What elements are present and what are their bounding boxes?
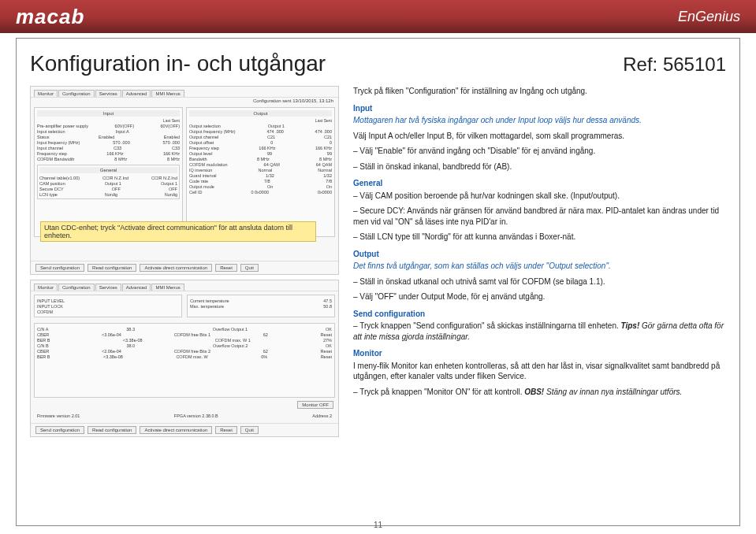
input-lead: Mottagaren har två fysiska ingångar och … [353, 115, 726, 126]
screenshot-tab[interactable]: MMI Menus [151, 284, 184, 291]
input-b2: – Ställ in önskad inkanal, bandbredd för… [353, 161, 726, 172]
monitor-off-button[interactable]: Monitor OFF [297, 401, 333, 409]
field-row: BER B<3.38e-08COFDM max. W 127% [37, 337, 332, 343]
config-screenshot: MonitorConfigurationServicesAdvancedMMI … [30, 86, 339, 275]
section-monitor: Monitor [353, 348, 726, 359]
header-bar: macab EnGenius [0, 0, 756, 33]
field-row: C/N B38.0Overflow Output 2OK [37, 343, 332, 348]
field-row: CAM positionOutput 1Output 1 [39, 180, 177, 186]
screenshot-tab[interactable]: Advanced [122, 90, 151, 97]
input-b1: – Välj "Enable" för använd ingång och "D… [353, 146, 726, 157]
screenshot-button[interactable]: Reset [215, 264, 237, 272]
field-row: COFDM modulation64 QAM64 QAM [189, 161, 332, 167]
screenshot-tab[interactable]: Monitor [34, 284, 58, 291]
field-row: Code rate7/87/8 [189, 178, 332, 184]
page-ref: Ref: 565101 [623, 54, 726, 76]
field-row: Pre-amplifier power supply60V(OFF)60V(OF… [37, 123, 180, 128]
screenshot-button[interactable]: Reset [215, 426, 237, 434]
general-b2: – Secure DCY: Används när gränsen för an… [353, 206, 726, 227]
screenshot-tab[interactable]: MMI Menus [151, 90, 184, 97]
field-row: Input selectionInput A [37, 128, 180, 134]
field-row: Input channelC33C33 [37, 145, 180, 150]
page-title: Konfiguration in- och utgångar [30, 51, 326, 76]
output-b2: – Välj "OFF" under Output Mode, för ej a… [353, 291, 726, 302]
general-b3: – Ställ LCN type till "Nordig" för att k… [353, 232, 726, 243]
field-row: Frequency step166 KHz166 KHz [37, 150, 180, 156]
field-row: Guard interval1/321/32 [189, 172, 332, 178]
screenshot-button[interactable]: Activate direct communication [140, 264, 212, 272]
screenshot-tab[interactable]: Monitor [34, 90, 58, 97]
field-row: COFDM Bandwidth8 MHz8 MHz [37, 156, 180, 161]
field-row: Input frequency (MHz)570 .000570 .000 [37, 139, 180, 145]
field-row: Output selectionOutput 1 [189, 123, 332, 128]
field-row: INPUT LOCK [37, 303, 179, 309]
output-lead: Det finns två utgångar, som kan ställas … [353, 261, 726, 272]
field-row: Cell ID0 0x00000x0000 [189, 189, 332, 195]
screenshot-button[interactable]: Send configuration [35, 426, 84, 434]
screenshot-tab[interactable]: Advanced [122, 284, 151, 291]
brand-logo-left: macab [16, 5, 84, 29]
title-row: Konfiguration in- och utgångar Ref: 5651… [30, 51, 726, 76]
field-row: INPUT LEVEL [37, 298, 179, 303]
screenshot-button[interactable]: Quit [240, 264, 259, 272]
field-row: CBER<3.06e-04COFDM free Bits 162Reset [37, 332, 332, 337]
screenshot-button[interactable]: Send configuration [35, 264, 84, 272]
section-send: Send configuration [353, 309, 726, 320]
field-row: CBER<2.06e-04COFDM free Bits 262Reset [37, 348, 332, 354]
field-row: LCN typeNordigNordig [39, 191, 177, 197]
output-panel-title: Output [189, 110, 332, 117]
footer-info: Address 2 [312, 413, 332, 418]
intro-text: Tryck på fliken "Configuration" för inst… [353, 86, 726, 97]
field-row: Output offset00 [189, 139, 332, 145]
field-row: Channel table(v1.00)CCIR N.Z.IndCCIR N.Z… [39, 175, 177, 180]
field-row: Frequency step166 KHz166 KHz [189, 145, 332, 150]
field-row: Output frequency (MHz)474 .000474 .000 [189, 128, 332, 134]
section-output: Output [353, 249, 726, 260]
sent-line: Configuration sent 13/10/2015, 13:12h [31, 98, 338, 104]
field-row: BER B<3.38e-08COFDM max. W0%Reset [37, 354, 332, 359]
field-row: IQ inversionNormalNormal [189, 167, 332, 172]
monitor-p1: I meny-flik Monitor kan enheten kontroll… [353, 361, 726, 382]
output-b1: – Ställ in önskad utkanal och utnivå sam… [353, 276, 726, 287]
screenshot-tab[interactable]: Configuration [58, 284, 95, 291]
field-row: Output level9999 [189, 150, 332, 156]
input-panel-title: Input [37, 110, 180, 117]
field-row: Output modeOnOn [189, 184, 332, 189]
screenshot-button[interactable]: Read configuration [88, 426, 136, 434]
screenshot-button[interactable]: Activate direct communication [140, 426, 212, 434]
left-column: MonitorConfigurationServicesAdvancedMMI … [30, 86, 339, 437]
input-p1: Välj Input A och/eller Input B, för vilk… [353, 131, 726, 142]
field-row: Output channelC21C21 [189, 134, 332, 139]
monitor-b1: – Tryck på knappen "Monitor ON" för att … [353, 387, 726, 398]
screenshot-button[interactable]: Quit [240, 426, 259, 434]
general-panel-title: General [39, 167, 177, 173]
footer-info: Firmware version 2.01 [37, 413, 80, 418]
screenshot-tab[interactable]: Configuration [58, 90, 95, 97]
screenshot-tab[interactable]: Services [95, 284, 121, 291]
section-general: General [353, 178, 726, 189]
field-row: Secure DCYOFFOFF [39, 186, 177, 191]
section-input: Input [353, 103, 726, 114]
page-number: 11 [374, 521, 382, 529]
screenshot-button[interactable]: Read configuration [88, 264, 136, 272]
brand-logo-right: EnGenius [678, 9, 740, 25]
monitor-screenshot: MonitorConfigurationServicesAdvancedMMI … [30, 280, 339, 437]
screenshot-tab[interactable]: Services [95, 90, 121, 97]
field-row: StatusEnabledEnabled [37, 134, 180, 139]
footer-info: FPGA version 2.38.0.B [174, 413, 218, 418]
general-b1: – Välj CAM position beroende på hur/var … [353, 191, 726, 202]
field-row: Max. temperature50.8 [190, 303, 332, 309]
field-row: COFDM [37, 309, 179, 314]
field-row: Bandwith8 MHz8 MHz [189, 156, 332, 161]
field-row: C/N A38.3Overflow Output 1OK [37, 326, 332, 332]
right-column: Tryck på fliken "Configuration" för inst… [353, 86, 726, 437]
callout-note: Utan CDC-enhet; tryck "Activate direct c… [40, 221, 316, 242]
field-row: Current temperature47.5 [190, 298, 332, 303]
send-p1: – Tryck knappen "Send configuration" så … [353, 321, 726, 342]
